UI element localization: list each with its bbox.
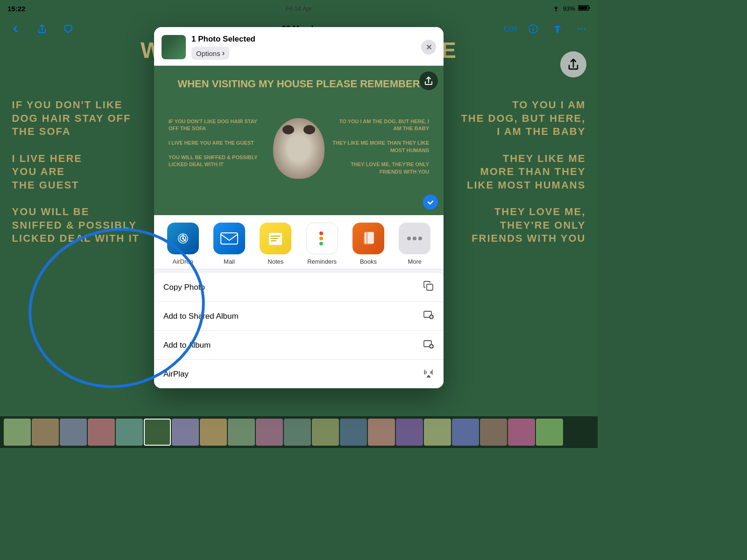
photo-thumb-11[interactable] (284, 419, 311, 446)
books-label: Books (360, 258, 377, 265)
add-shared-album-label: Add to Shared Album (163, 312, 239, 321)
close-button[interactable]: ✕ (421, 40, 436, 55)
sheet-sign-center-dog (271, 118, 327, 179)
reminders-label: Reminders (307, 258, 337, 265)
apps-row: AirDrop Mail (154, 215, 444, 269)
nav-left (7, 21, 77, 37)
sheet-title: 1 Photo Selected (191, 35, 416, 44)
photo-thumb-15[interactable] (396, 419, 423, 446)
svg-point-11 (182, 238, 184, 239)
copy-photo-action[interactable]: Copy Photo (154, 273, 444, 302)
favorite-button[interactable] (60, 21, 77, 37)
sheet-sign-right: TO YOU I AM THE DOG, BUT HERE, I AM THE … (331, 118, 429, 175)
svg-point-17 (413, 237, 416, 240)
photo-thumb-5[interactable] (116, 419, 143, 446)
app-item-books[interactable]: Books (347, 223, 389, 265)
photo-thumb-8[interactable] (200, 419, 227, 446)
selected-check (423, 195, 438, 210)
photo-thumb-17[interactable] (452, 419, 479, 446)
books-icon (352, 223, 384, 254)
photo-thumb-4[interactable] (88, 419, 115, 446)
photo-thumb-2[interactable] (32, 419, 59, 446)
svg-rect-2 (589, 7, 590, 9)
share-sheet: 1 Photo Selected Options › ✕ WHEN VISITI… (154, 27, 444, 388)
options-label: Options (196, 49, 220, 57)
share-button[interactable] (34, 21, 50, 37)
reminders-icon (306, 223, 338, 254)
airdrop-icon (167, 223, 199, 254)
status-time: 15:22 (7, 5, 25, 13)
svg-rect-3 (579, 6, 588, 9)
svg-point-7 (581, 28, 583, 30)
add-album-action[interactable]: Add to Album (154, 331, 444, 360)
photo-thumb-12[interactable] (312, 419, 339, 446)
photo-thumb-9[interactable] (228, 419, 255, 446)
photo-thumb-19[interactable] (508, 419, 535, 446)
svg-text:i: i (532, 26, 534, 33)
svg-point-18 (418, 237, 422, 240)
back-button[interactable] (7, 21, 24, 37)
wifi-icon (552, 5, 560, 13)
options-button[interactable]: Options › (191, 47, 229, 60)
more-label: More (408, 258, 422, 265)
photo-thumb-6[interactable] (144, 419, 171, 446)
app-item-more[interactable]: More (394, 223, 436, 265)
photo-thumb-14[interactable] (368, 419, 395, 446)
add-album-label: Add to Album (163, 341, 211, 350)
photo-thumb-20[interactable] (536, 419, 563, 446)
photo-thumb-3[interactable] (60, 419, 87, 446)
photo-thumb-13[interactable] (340, 419, 367, 446)
photo-thumb-1[interactable] (4, 419, 31, 446)
status-date: Fri 14 Apr (286, 5, 312, 12)
add-album-icon (423, 338, 434, 352)
svg-point-0 (555, 10, 557, 11)
status-icons: 93% (552, 5, 590, 13)
airplay-action[interactable]: AirPlay (154, 360, 444, 388)
photo-thumb-18[interactable] (480, 419, 507, 446)
svg-point-8 (584, 28, 585, 30)
photo-strip (0, 416, 598, 448)
app-item-airdrop[interactable]: AirDrop (162, 223, 204, 265)
more-icon (399, 223, 430, 254)
svg-point-6 (578, 28, 580, 30)
airdrop-label: AirDrop (173, 258, 193, 265)
sheet-photo-preview: WHEN VISITING MY HOUSE PLEASE REMEMBER I… (154, 66, 444, 215)
battery-icon (578, 5, 590, 13)
more-options-button[interactable] (573, 21, 590, 37)
copy-photo-icon (423, 280, 434, 294)
photo-thumb-10[interactable] (256, 419, 283, 446)
sheet-photo-sign: WHEN VISITING MY HOUSE PLEASE REMEMBER I… (154, 66, 444, 215)
notes-icon (260, 223, 291, 254)
sheet-sign-left: IF YOU DON'T LIKE DOG HAIR STAY OFF THE … (169, 118, 266, 168)
sheet-thumbnail (162, 35, 186, 59)
preview-share-icon[interactable] (419, 71, 438, 90)
trash-button[interactable] (549, 21, 566, 37)
app-item-notes[interactable]: Notes (254, 223, 296, 265)
airplay-icon (423, 367, 434, 381)
airplay-label: AirPlay (163, 370, 189, 379)
sheet-sign-body: IF YOU DON'T LIKE DOG HAIR STAY OFF THE … (169, 118, 429, 179)
photo-thumb-16[interactable] (424, 419, 451, 446)
mail-icon (213, 223, 245, 254)
options-chevron: › (222, 49, 225, 57)
photo-thumb-7[interactable] (172, 419, 199, 446)
sheet-title-area: 1 Photo Selected Options › (191, 35, 416, 60)
add-shared-album-icon (423, 309, 434, 323)
battery-percent: 93% (563, 5, 575, 12)
app-item-mail[interactable]: Mail (208, 223, 250, 265)
app-item-reminders[interactable]: Reminders (301, 223, 343, 265)
edit-button[interactable]: Edit (504, 24, 517, 34)
nav-right: Edit i (504, 21, 590, 37)
copy-photo-label: Copy Photo (163, 283, 205, 292)
add-shared-album-action[interactable]: Add to Shared Album (154, 302, 444, 331)
large-share-button[interactable] (560, 51, 586, 77)
mail-label: Mail (224, 258, 235, 265)
notes-label: Notes (268, 258, 283, 265)
sheet-header: 1 Photo Selected Options › ✕ (154, 27, 444, 66)
action-list: Copy Photo Add to Shared Album (154, 273, 444, 388)
sheet-sign-title: WHEN VISITING MY HOUSE PLEASE REMEMBER (169, 78, 429, 90)
svg-rect-15 (365, 232, 374, 244)
status-bar: 15:22 Fri 14 Apr 93% (0, 0, 598, 17)
info-button[interactable]: i (525, 21, 542, 37)
svg-point-16 (407, 237, 411, 240)
